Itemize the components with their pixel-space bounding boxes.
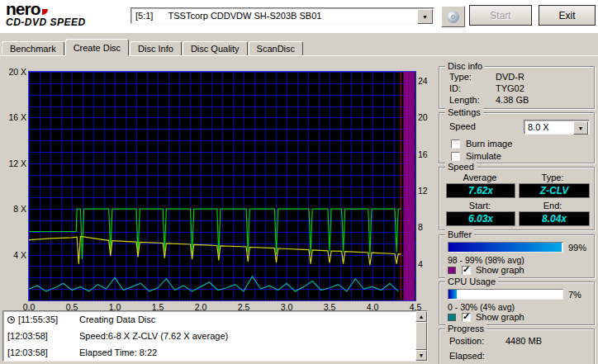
axis-tick-label: 8 X	[2, 204, 26, 214]
cpu-show-graph-checkbox[interactable]	[462, 313, 471, 322]
cpu-usage-group: CPU Usage 7% 0 - 30% (4% avg) Show graph	[439, 281, 595, 325]
scroll-down-icon[interactable]: ▼	[415, 350, 427, 361]
group-title: Progress	[445, 324, 486, 333]
tab-bar: Benchmark Create Disc Disc Info Disc Qua…	[2, 39, 304, 56]
log-message: Creating Data Disc	[79, 314, 155, 324]
log-entry: [11:55:35] Creating Data Disc	[3, 313, 427, 328]
axis-tick-label: 4 X	[2, 250, 26, 260]
settings-group: Settings Speed 8.0 X ▼ Burn image Simula…	[439, 112, 595, 163]
axis-tick-label: 12 X	[2, 158, 26, 168]
log-time: [12:03:58]	[7, 347, 48, 357]
disc-type-value: DVD-R	[496, 72, 524, 82]
start-button-label: Start	[490, 10, 510, 21]
buffer-graph-band	[403, 72, 415, 300]
buffer-percent: 99%	[568, 243, 586, 253]
axis-tick-label: 16 X	[2, 112, 26, 122]
simulate-label: Simulate	[466, 151, 501, 161]
buffer-group: Buffer 99% 98 - 99% (98% avg) Show graph	[439, 234, 595, 278]
axis-tick-label: 20 X	[2, 67, 26, 77]
left-axis-ticks: 20 X16 X12 X8 X4 X	[2, 72, 26, 300]
average-label: Average	[446, 173, 514, 182]
right-axis-ticks: 2420161284	[418, 72, 434, 300]
series-cpu-usage	[29, 277, 398, 291]
nero-logo: nero CD-DVD SPEED	[6, 1, 86, 27]
log-entry: [12:03:58] Speed:6-8 X Z-CLV (7.62 X ave…	[3, 329, 427, 344]
chevron-down-icon[interactable]: ▼	[573, 121, 588, 135]
group-title: Disc info	[445, 61, 485, 71]
cpu-range: 0 - 30% (4% avg)	[448, 302, 515, 312]
series-secondary-speed	[29, 236, 401, 265]
log-message: Speed:6-8 X Z-CLV (7.62 X average)	[79, 331, 228, 341]
nero-red-mark-icon	[42, 9, 48, 15]
buffer-range: 98 - 99% (98% avg)	[448, 255, 524, 265]
speed-select-combobox[interactable]: 8.0 X ▼	[524, 120, 590, 135]
position-value: 4480 MB	[505, 336, 542, 346]
buffer-meter	[448, 242, 563, 253]
logo-text: nero	[6, 0, 40, 18]
exit-button-label: Exit	[558, 10, 575, 21]
group-title: Settings	[445, 107, 483, 117]
chevron-down-icon[interactable]: ▼	[417, 9, 433, 24]
type-label: Type:	[519, 173, 586, 182]
disc-length-label: Length:	[449, 95, 480, 105]
end-speed-value: 8.04x	[519, 211, 590, 226]
disc-tray-button[interactable]	[441, 6, 465, 27]
group-title: CPU Usage	[445, 277, 498, 286]
start-speed-value: 6.03x	[446, 211, 515, 226]
log-scrollbar[interactable]: ▲ ▼	[415, 311, 427, 361]
disc-id-label: ID:	[449, 83, 461, 93]
buffer-color-swatch	[448, 267, 456, 274]
tab-create-disc[interactable]: Create Disc	[65, 39, 129, 56]
drive-select-combobox[interactable]: [5:1] TSSTcorp CDDVDW SH-S203B SB01 ▼	[131, 7, 434, 24]
start-button[interactable]: Start	[469, 5, 532, 26]
end-speed-label: End:	[519, 201, 586, 210]
buffer-show-graph-checkbox[interactable]	[462, 266, 471, 275]
logo-subtitle: CD-DVD SPEED	[6, 17, 86, 27]
chart-canvas	[29, 72, 415, 300]
speed-chart-plot	[28, 71, 416, 301]
tab-disc-info[interactable]: Disc Info	[130, 41, 182, 56]
burn-image-label: Burn image	[466, 139, 512, 149]
buffer-meter-fill	[448, 243, 562, 252]
log-time: [11:55:35]	[18, 314, 58, 324]
clock-icon	[7, 316, 15, 324]
log-time: [12:03:58]	[7, 331, 48, 341]
disc-type-label: Type:	[449, 72, 472, 82]
log-entry: [12:03:58] Elapsed Time: 8:22	[3, 346, 427, 361]
progress-group: Progress Position: 4480 MB Elapsed:	[439, 329, 595, 364]
header-bar: nero CD-DVD SPEED [5:1] TSSTcorp CDDVDW …	[0, 0, 598, 33]
speed-setting-label: Speed	[449, 121, 476, 131]
speed-type-value: Z-CLV	[519, 183, 590, 198]
cpu-percent: 7%	[568, 290, 581, 300]
disc-length-value: 4.38 GB	[496, 95, 529, 105]
log-panel: [11:55:35] Creating Data Disc [12:03:58]…	[2, 310, 428, 362]
cpu-color-swatch	[448, 314, 456, 321]
speed-group: Speed Average Type: 7.62x Z-CLV Start: E…	[439, 167, 595, 230]
cpu-show-graph-label: Show graph	[476, 312, 524, 322]
tab-benchmark[interactable]: Benchmark	[2, 41, 64, 56]
simulate-checkbox[interactable]	[451, 152, 460, 161]
start-speed-label: Start:	[446, 201, 514, 210]
drive-select-value: [5:1] TSSTcorp CDDVDW SH-S203B SB01	[135, 11, 321, 21]
cpu-meter-fill	[448, 290, 457, 299]
burn-image-checkbox[interactable]	[451, 139, 460, 149]
cpu-meter	[448, 289, 563, 300]
scrollbar-thumb[interactable]	[415, 322, 427, 350]
group-title: Speed	[445, 162, 477, 172]
speed-select-value: 8.0 X	[528, 122, 549, 132]
group-title: Buffer	[445, 229, 474, 239]
disc-icon	[447, 11, 459, 23]
position-label: Position:	[449, 336, 484, 346]
disc-info-group: Disc info Type: DVD-R ID: TYG02 Length: …	[439, 66, 595, 109]
tab-scandisc[interactable]: ScanDisc	[249, 41, 303, 56]
tab-disc-quality[interactable]: Disc Quality	[183, 41, 248, 56]
scroll-up-icon[interactable]: ▲	[415, 311, 427, 322]
exit-button[interactable]: Exit	[539, 5, 596, 26]
average-speed-value: 7.62x	[446, 183, 515, 198]
app-window: nero CD-DVD SPEED [5:1] TSSTcorp CDDVDW …	[0, 0, 598, 364]
buffer-show-graph-label: Show graph	[476, 265, 524, 275]
disc-id-value: TYG02	[496, 83, 524, 93]
log-message: Elapsed Time: 8:22	[79, 347, 157, 357]
elapsed-label: Elapsed:	[449, 351, 485, 361]
